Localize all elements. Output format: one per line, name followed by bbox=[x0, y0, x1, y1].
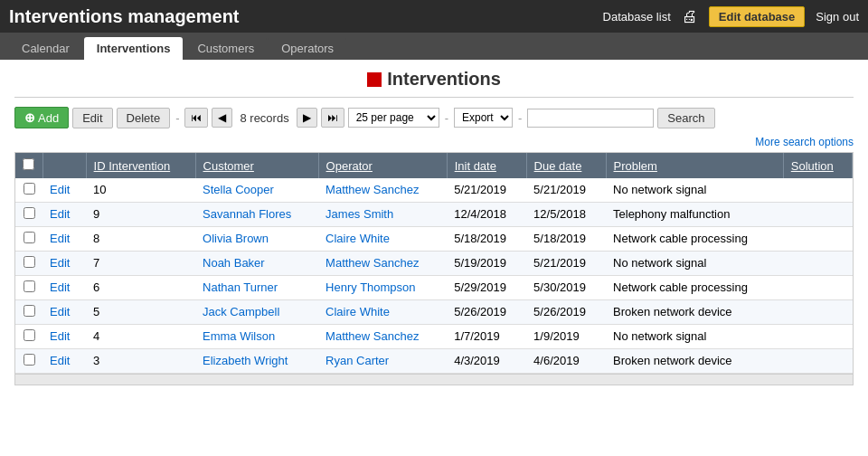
customer-link[interactable]: Olivia Brown bbox=[203, 232, 269, 245]
row-solution bbox=[783, 203, 852, 227]
row-checkbox[interactable] bbox=[24, 354, 35, 366]
operator-link[interactable]: James Smith bbox=[326, 207, 393, 221]
edit-row-link[interactable]: Edit bbox=[50, 329, 70, 343]
tab-interventions[interactable]: Interventions bbox=[84, 37, 184, 60]
page-content: Interventions ⊕ Add Edit Delete - ⏮ ◀ 8 … bbox=[0, 60, 868, 456]
row-checkbox[interactable] bbox=[24, 305, 35, 317]
edit-row-link[interactable]: Edit bbox=[50, 207, 70, 221]
edit-row-link[interactable]: Edit bbox=[50, 183, 70, 196]
edit-button[interactable]: Edit bbox=[72, 108, 112, 128]
customer-link[interactable]: Emma Wilson bbox=[203, 329, 275, 343]
print-icon[interactable]: 🖨 bbox=[682, 7, 698, 26]
operator-link[interactable]: Henry Thompson bbox=[326, 280, 415, 294]
first-page-button[interactable]: ⏮ bbox=[184, 108, 208, 128]
operator-link[interactable]: Claire White bbox=[326, 232, 390, 245]
search-button[interactable]: Search bbox=[657, 108, 714, 128]
customer-link[interactable]: Savannah Flores bbox=[203, 207, 291, 221]
edit-row-link[interactable]: Edit bbox=[50, 256, 70, 270]
th-due-date: Due date bbox=[526, 153, 606, 178]
database-list-link[interactable]: Database list bbox=[603, 10, 671, 24]
customer-link[interactable]: Jack Campbell bbox=[203, 305, 279, 318]
table-row: Edit 9 Savannah Flores James Smith 12/4/… bbox=[15, 203, 853, 227]
last-page-button[interactable]: ⏭ bbox=[321, 108, 344, 128]
row-checkbox[interactable] bbox=[24, 232, 35, 243]
operator-link[interactable]: Matthew Sanchez bbox=[326, 183, 419, 196]
row-checkbox-cell bbox=[15, 325, 42, 349]
row-due-date: 5/21/2019 bbox=[526, 252, 606, 276]
operator-link[interactable]: Matthew Sanchez bbox=[326, 256, 419, 270]
delete-button[interactable]: Delete bbox=[117, 108, 171, 128]
row-solution bbox=[783, 227, 852, 252]
operator-link[interactable]: Matthew Sanchez bbox=[326, 329, 419, 343]
tab-customers[interactable]: Customers bbox=[184, 37, 267, 60]
row-customer: Emma Wilson bbox=[195, 325, 318, 349]
row-solution bbox=[783, 349, 852, 374]
export-select[interactable]: Export CSV PDF bbox=[454, 108, 513, 128]
row-operator: Ryan Carter bbox=[318, 349, 447, 374]
table-row: Edit 7 Noah Baker Matthew Sanchez 5/19/2… bbox=[15, 252, 853, 276]
row-edit-cell: Edit bbox=[42, 325, 86, 349]
th-actions bbox=[42, 153, 86, 178]
row-solution bbox=[783, 252, 852, 276]
edit-row-link[interactable]: Edit bbox=[50, 280, 70, 294]
operator-link[interactable]: Claire White bbox=[326, 305, 390, 318]
row-edit-cell: Edit bbox=[42, 227, 86, 252]
row-id: 8 bbox=[86, 227, 195, 252]
nav-tabs: Calendar Interventions Customers Operato… bbox=[0, 33, 868, 60]
edit-row-link[interactable]: Edit bbox=[50, 232, 70, 245]
row-problem: No network signal bbox=[606, 325, 783, 349]
row-solution bbox=[783, 300, 852, 325]
row-id: 9 bbox=[86, 203, 195, 227]
row-customer: Nathan Turner bbox=[195, 276, 318, 300]
tab-calendar[interactable]: Calendar bbox=[9, 37, 82, 60]
row-id: 7 bbox=[86, 252, 195, 276]
row-problem: Network cable processing bbox=[606, 227, 783, 252]
row-checkbox[interactable] bbox=[24, 256, 35, 268]
row-checkbox[interactable] bbox=[24, 329, 35, 341]
tab-operators[interactable]: Operators bbox=[269, 37, 346, 60]
customer-link[interactable]: Stella Cooper bbox=[203, 183, 274, 196]
row-due-date: 5/30/2019 bbox=[526, 276, 606, 300]
table-row: Edit 4 Emma Wilson Matthew Sanchez 1/7/2… bbox=[15, 325, 853, 349]
row-checkbox[interactable] bbox=[24, 280, 35, 292]
row-checkbox[interactable] bbox=[24, 183, 35, 195]
edit-row-link[interactable]: Edit bbox=[50, 354, 70, 367]
row-due-date: 5/21/2019 bbox=[526, 178, 606, 203]
edit-row-link[interactable]: Edit bbox=[50, 305, 70, 318]
search-input[interactable] bbox=[527, 109, 654, 128]
separator-1: - bbox=[175, 111, 179, 125]
row-problem: Network cable processing bbox=[606, 276, 783, 300]
row-init-date: 5/18/2019 bbox=[447, 227, 526, 252]
prev-page-button[interactable]: ◀ bbox=[212, 108, 232, 128]
table-header-row: ID Intervention Customer Operator Init d… bbox=[15, 153, 853, 178]
sign-out-link[interactable]: Sign out bbox=[816, 10, 859, 24]
title-icon bbox=[367, 72, 382, 87]
row-checkbox[interactable] bbox=[24, 207, 35, 219]
select-all-checkbox[interactable] bbox=[23, 158, 34, 170]
row-operator: Claire White bbox=[318, 227, 447, 252]
row-init-date: 5/26/2019 bbox=[447, 300, 526, 325]
horizontal-scrollbar[interactable] bbox=[15, 374, 853, 385]
edit-database-button[interactable]: Edit database bbox=[709, 6, 806, 27]
customer-link[interactable]: Elizabeth Wright bbox=[203, 354, 288, 367]
next-page-button[interactable]: ▶ bbox=[297, 108, 317, 128]
row-customer: Elizabeth Wright bbox=[195, 349, 318, 374]
add-button[interactable]: ⊕ Add bbox=[14, 107, 69, 128]
th-init-date: Init date bbox=[447, 153, 526, 178]
row-checkbox-cell bbox=[15, 252, 42, 276]
operator-link[interactable]: Ryan Carter bbox=[326, 354, 389, 367]
customer-link[interactable]: Nathan Turner bbox=[203, 280, 278, 294]
row-solution bbox=[783, 178, 852, 203]
row-edit-cell: Edit bbox=[42, 276, 86, 300]
per-page-select[interactable]: 25 per page 10 per page 50 per page 100 … bbox=[348, 108, 439, 128]
row-operator: Henry Thompson bbox=[318, 276, 447, 300]
row-operator: Claire White bbox=[318, 300, 447, 325]
customer-link[interactable]: Noah Baker bbox=[203, 256, 265, 270]
more-search-options-link[interactable]: More search options bbox=[755, 136, 854, 148]
page-title-area: Interventions bbox=[14, 69, 854, 98]
row-problem: No network signal bbox=[606, 178, 783, 203]
row-checkbox-cell bbox=[15, 300, 42, 325]
row-solution bbox=[783, 276, 852, 300]
table-scroll-area: ID Intervention Customer Operator Init d… bbox=[14, 152, 854, 385]
app-header: Interventions management Database list 🖨… bbox=[0, 0, 868, 33]
